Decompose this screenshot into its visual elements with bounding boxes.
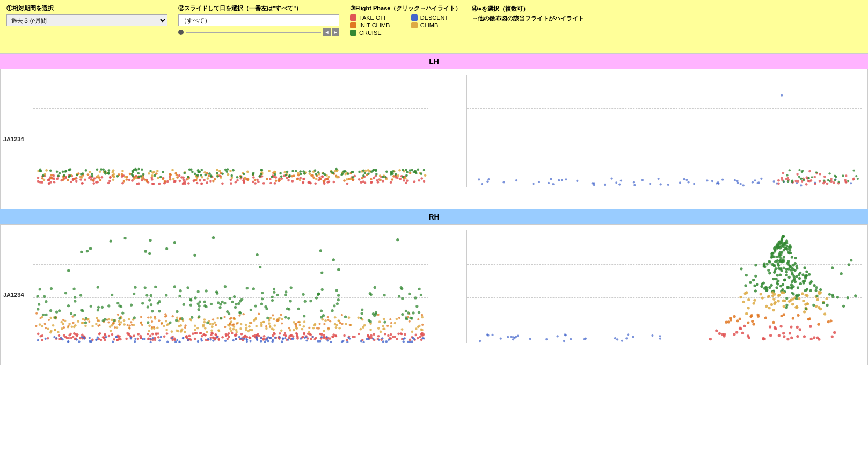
svg-point-456 (417, 168, 419, 171)
period-select[interactable]: 過去３か月間 (6, 14, 167, 26)
rh-right-inner (466, 230, 863, 343)
slider-thumb[interactable] (178, 30, 184, 35)
svg-point-1726 (787, 267, 790, 270)
svg-point-647 (837, 181, 840, 183)
svg-point-715 (315, 337, 317, 339)
slider-left-arrow[interactable]: ◄ (323, 28, 331, 36)
svg-point-193 (209, 180, 212, 183)
svg-point-1344 (165, 294, 167, 296)
svg-point-552 (547, 182, 549, 184)
svg-point-863 (368, 336, 370, 338)
svg-point-1787 (741, 332, 743, 334)
svg-point-1343 (265, 307, 268, 310)
svg-point-609 (796, 173, 799, 176)
svg-point-614 (830, 178, 833, 180)
svg-point-1884 (787, 263, 790, 266)
svg-point-1036 (111, 319, 113, 322)
svg-point-573 (515, 179, 517, 181)
rh-right-dots[interactable] (467, 230, 863, 343)
svg-point-401 (299, 170, 302, 173)
svg-point-94 (107, 182, 110, 185)
svg-point-454 (91, 173, 93, 176)
svg-point-63 (137, 183, 140, 185)
rh-left-dots[interactable] (33, 230, 428, 343)
svg-point-344 (45, 169, 48, 172)
svg-point-652 (828, 172, 830, 174)
svg-point-1273 (230, 317, 232, 319)
svg-point-808 (370, 334, 373, 337)
rh-header: RH (0, 209, 868, 224)
svg-point-1228 (60, 321, 63, 324)
svg-point-475 (140, 175, 142, 178)
svg-point-535 (711, 180, 713, 182)
svg-point-230 (254, 179, 257, 181)
svg-point-1460 (205, 305, 207, 308)
slider-input[interactable] (178, 14, 339, 26)
svg-point-1555 (515, 336, 517, 338)
svg-point-1777 (818, 291, 820, 294)
svg-point-650 (786, 180, 789, 183)
lh-left-dots[interactable] (33, 75, 428, 187)
svg-point-561 (649, 183, 651, 185)
svg-point-262 (311, 174, 314, 177)
svg-point-544 (641, 179, 643, 181)
svg-point-465 (402, 176, 404, 178)
svg-point-278 (214, 178, 216, 181)
svg-point-327 (113, 176, 116, 178)
svg-point-977 (282, 337, 284, 339)
svg-point-118 (187, 182, 190, 185)
svg-point-501 (370, 170, 373, 173)
svg-point-1478 (304, 300, 307, 303)
svg-point-523 (63, 174, 65, 177)
svg-point-301 (315, 178, 318, 180)
legend-item-cruise[interactable]: CRUISE (350, 30, 400, 36)
svg-point-537 (532, 183, 534, 185)
svg-point-1237 (62, 319, 64, 321)
legend-item-initclimb[interactable]: INIT CLIMB (350, 22, 400, 28)
svg-point-440 (384, 176, 387, 179)
slider-right-arrow[interactable]: ► (332, 28, 339, 36)
svg-point-378 (220, 176, 222, 179)
svg-point-1651 (751, 320, 754, 323)
svg-point-1668 (709, 338, 711, 340)
svg-point-1251 (128, 327, 130, 330)
svg-point-1455 (234, 306, 237, 309)
svg-point-1568 (827, 320, 829, 323)
svg-point-10 (287, 179, 290, 182)
svg-point-466 (194, 173, 196, 176)
svg-point-1384 (400, 286, 403, 289)
svg-point-449 (335, 168, 338, 171)
svg-point-630 (855, 175, 857, 177)
svg-point-1298 (117, 314, 119, 316)
svg-point-1881 (812, 304, 815, 307)
legend-item-takeoff[interactable]: TAKE OFF (350, 14, 400, 21)
svg-point-760 (400, 333, 403, 336)
legend-item-climb[interactable]: CLIMB (411, 22, 462, 28)
svg-point-105 (403, 179, 405, 182)
svg-point-96 (252, 181, 254, 184)
svg-point-1804 (787, 276, 790, 279)
svg-point-512 (362, 170, 365, 172)
svg-point-1513 (165, 247, 168, 250)
svg-point-1856 (778, 246, 781, 249)
svg-point-1077 (123, 323, 126, 326)
svg-point-1443 (151, 310, 154, 312)
svg-point-1070 (91, 325, 94, 327)
svg-point-499 (405, 174, 408, 177)
svg-point-413 (188, 168, 191, 171)
svg-point-1239 (243, 313, 245, 315)
svg-point-1490 (336, 302, 339, 305)
svg-point-339 (424, 174, 427, 177)
svg-point-1174 (128, 318, 130, 321)
svg-point-925 (264, 341, 266, 343)
legend-item-descent[interactable]: DESCENT (411, 14, 462, 21)
svg-point-1643 (829, 319, 832, 322)
svg-point-704 (346, 339, 348, 341)
svg-point-358 (404, 177, 407, 180)
svg-point-1840 (752, 302, 755, 304)
svg-point-141 (221, 183, 224, 185)
svg-point-900 (296, 333, 298, 336)
svg-point-422 (363, 172, 366, 174)
svg-point-158 (75, 180, 78, 183)
lh-right-dots[interactable] (467, 75, 863, 187)
